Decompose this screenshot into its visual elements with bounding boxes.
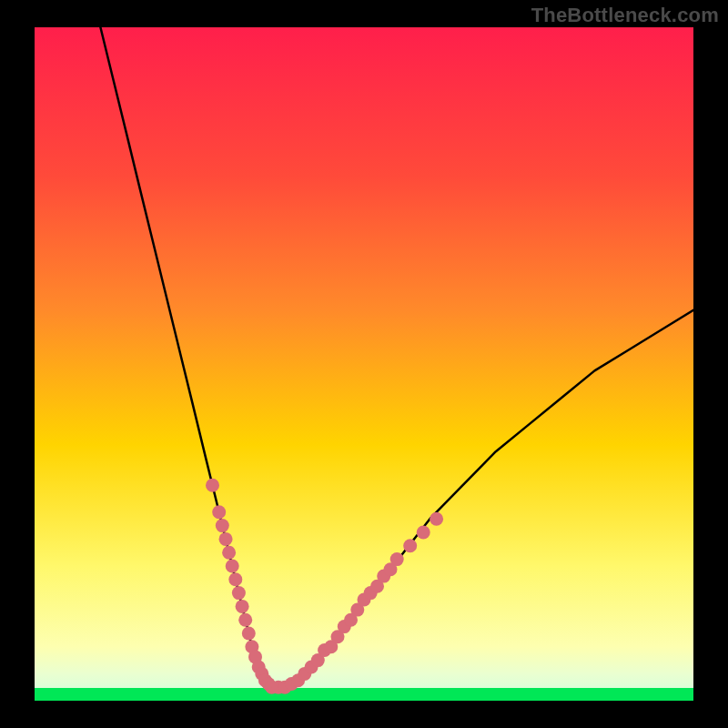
data-marker — [242, 627, 256, 641]
data-marker — [238, 613, 252, 627]
data-marker — [206, 479, 219, 492]
data-marker — [390, 552, 404, 566]
data-marker — [236, 600, 249, 613]
data-marker — [222, 546, 236, 560]
data-marker — [219, 532, 233, 546]
data-marker — [417, 526, 430, 540]
data-marker — [212, 505, 226, 519]
optimal-band — [35, 688, 693, 701]
chart-container: TheBottleneck.com — [0, 0, 728, 728]
watermark-text: TheBottleneck.com — [531, 4, 719, 27]
plot-svg — [35, 27, 693, 701]
data-marker — [228, 572, 242, 586]
bottleneck-plot — [35, 27, 693, 701]
data-marker — [226, 560, 239, 573]
data-marker — [232, 586, 246, 600]
data-marker — [430, 512, 443, 526]
data-marker — [216, 519, 229, 532]
data-marker — [403, 539, 417, 552]
